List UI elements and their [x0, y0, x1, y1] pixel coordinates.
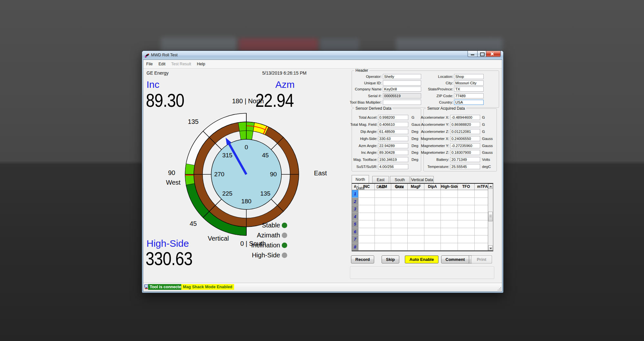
- sensor-value-total-accel[interactable]: [378, 115, 408, 120]
- grid-cell[interactable]: [441, 220, 458, 228]
- field-country[interactable]: [454, 100, 484, 105]
- grid-cell[interactable]: [441, 190, 458, 198]
- sensor-value-inc-angle[interactable]: [378, 150, 408, 155]
- grid-cell[interactable]: [441, 205, 458, 213]
- comment-button[interactable]: Comment: [441, 255, 469, 263]
- grid-cell[interactable]: [391, 235, 408, 243]
- grid-cell[interactable]: [375, 235, 391, 243]
- sensor-value-magnetometer-z[interactable]: [450, 150, 480, 155]
- grid-cell[interactable]: [391, 243, 408, 251]
- field-location[interactable]: [454, 74, 484, 79]
- grid-cell[interactable]: [391, 213, 408, 221]
- grid-cell[interactable]: [408, 235, 424, 243]
- title-bar[interactable]: MWD Roll Test: [142, 51, 503, 60]
- grid-cell[interactable]: [458, 228, 475, 236]
- resize-grip[interactable]: [497, 287, 501, 290]
- grid-cell[interactable]: [408, 198, 424, 206]
- table-row[interactable]: 5: [352, 220, 493, 228]
- grid-cell[interactable]: [375, 213, 391, 221]
- tab-vertical-data[interactable]: Vertical Data: [411, 176, 434, 183]
- auto-enable-button[interactable]: Auto Enable: [405, 255, 439, 263]
- sensor-value-temperature[interactable]: [450, 164, 480, 169]
- column-header-tfo[interactable]: TFO: [458, 184, 475, 190]
- grid-scrollbar[interactable]: [488, 184, 493, 251]
- grid-cell[interactable]: [424, 198, 441, 206]
- grid-cell[interactable]: [424, 220, 441, 228]
- sensor-value-total-mag-field[interactable]: [378, 122, 408, 127]
- grid-cell[interactable]: [458, 220, 475, 228]
- menu-item-test-result[interactable]: Test Result: [168, 60, 194, 68]
- row-header-8[interactable]: 8: [352, 243, 358, 251]
- row-header-4[interactable]: 4: [352, 213, 358, 221]
- grid-cell[interactable]: [391, 190, 408, 198]
- column-header-magf[interactable]: MagF: [408, 184, 424, 190]
- grid-cell[interactable]: [441, 228, 458, 236]
- field-city[interactable]: [454, 80, 484, 86]
- grid-cell[interactable]: [358, 228, 375, 236]
- grid-cell[interactable]: [458, 205, 475, 213]
- grid-cell[interactable]: [375, 205, 391, 213]
- grid-cell[interactable]: [358, 243, 375, 251]
- row-header-6[interactable]: 6: [352, 228, 358, 236]
- grid-cell[interactable]: [391, 198, 408, 206]
- grid-cell[interactable]: [391, 220, 408, 228]
- grid-cell[interactable]: [424, 213, 441, 221]
- grid-cell[interactable]: [408, 205, 424, 213]
- menu-item-help[interactable]: Help: [194, 60, 208, 68]
- grid-cell[interactable]: [358, 213, 375, 221]
- record-button[interactable]: Record: [351, 255, 374, 263]
- sensor-value-mag-toolface[interactable]: [378, 157, 408, 162]
- grid-cell[interactable]: [408, 220, 424, 228]
- grid-cell[interactable]: [441, 213, 458, 221]
- sensor-value-magnetometer-x[interactable]: [450, 136, 480, 141]
- menu-item-edit[interactable]: Edit: [156, 60, 168, 68]
- grid-cell[interactable]: [424, 205, 441, 213]
- sensor-value-accelerometer-z[interactable]: [450, 129, 480, 134]
- maximize-button[interactable]: [477, 51, 486, 57]
- data-grid[interactable]: #INCAZMGravMagFDipAHigh-SideTFOmTFA12345…: [352, 183, 493, 251]
- grid-cell[interactable]: [408, 243, 424, 251]
- sensor-value-azm-angle[interactable]: [378, 143, 408, 148]
- grid-cell[interactable]: [441, 198, 458, 206]
- skip-button[interactable]: Skip: [382, 255, 399, 263]
- table-row[interactable]: 3: [352, 205, 493, 213]
- table-row[interactable]: 2: [352, 198, 493, 206]
- sensor-value-dip-angle[interactable]: [378, 129, 408, 134]
- table-row[interactable]: 1: [352, 190, 493, 198]
- table-row[interactable]: 8: [352, 243, 493, 251]
- grid-cell[interactable]: [458, 190, 475, 198]
- scrollbar-thumb[interactable]: [488, 212, 493, 221]
- grid-cell[interactable]: [375, 198, 391, 206]
- grid-cell[interactable]: [375, 190, 391, 198]
- table-row[interactable]: 7: [352, 235, 493, 243]
- close-button[interactable]: [486, 51, 501, 57]
- grid-cell[interactable]: [424, 243, 441, 251]
- grid-cell[interactable]: [458, 235, 475, 243]
- grid-cell[interactable]: [358, 198, 375, 206]
- sensor-value-accelerometer-y[interactable]: [450, 122, 480, 127]
- grid-cell[interactable]: [408, 213, 424, 221]
- grid-cell[interactable]: [441, 243, 458, 251]
- row-header-2[interactable]: 2: [352, 198, 358, 206]
- row-header-3[interactable]: 3: [352, 205, 358, 213]
- tab-east-data[interactable]: East Data: [372, 176, 389, 183]
- sensor-value-sust-susr[interactable]: [378, 164, 408, 169]
- grid-cell[interactable]: [358, 235, 375, 243]
- grid-cell[interactable]: [458, 213, 475, 221]
- grid-cell[interactable]: [424, 228, 441, 236]
- grid-cell[interactable]: [424, 190, 441, 198]
- grid-cell[interactable]: [441, 235, 458, 243]
- column-header-high-side[interactable]: High-Side: [441, 184, 458, 190]
- print-button[interactable]: Print: [471, 255, 492, 263]
- grid-cell[interactable]: [408, 190, 424, 198]
- scroll-up-arrow-icon[interactable]: [488, 184, 493, 189]
- grid-cell[interactable]: [424, 235, 441, 243]
- grid-cell[interactable]: [358, 220, 375, 228]
- menu-item-file[interactable]: File: [143, 60, 156, 68]
- grid-cell[interactable]: [391, 228, 408, 236]
- row-header-5[interactable]: 5: [352, 220, 358, 228]
- grid-cell[interactable]: [391, 205, 408, 213]
- table-row[interactable]: 4: [352, 213, 493, 221]
- sensor-value-battery[interactable]: [450, 157, 480, 162]
- sensor-value-magnetometer-y[interactable]: [450, 143, 480, 148]
